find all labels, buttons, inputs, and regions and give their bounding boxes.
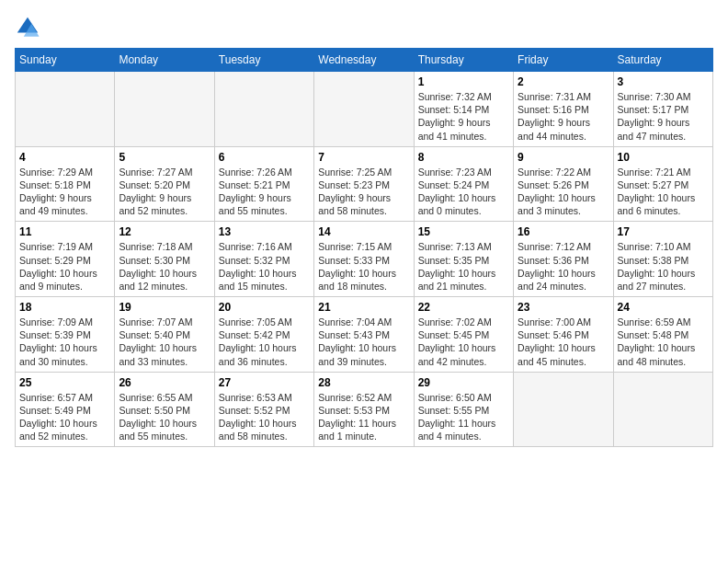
day-info: Sunrise: 6:55 AM Sunset: 5:50 PM Dayligh… [119,391,210,443]
day-info: Sunrise: 7:21 AM Sunset: 5:27 PM Dayligh… [618,166,709,218]
day-header-saturday: Saturday [613,49,712,72]
calendar-cell: 6Sunrise: 7:26 AM Sunset: 5:21 PM Daylig… [214,146,313,222]
day-info: Sunrise: 7:15 AM Sunset: 5:33 PM Dayligh… [318,240,409,293]
day-number: 18 [19,301,110,314]
calendar-table: SundayMondayTuesdayWednesdayThursdayFrid… [15,48,713,447]
calendar-cell: 27Sunrise: 6:53 AM Sunset: 5:52 PM Dayli… [214,372,313,447]
calendar-cell: 3Sunrise: 7:30 AM Sunset: 5:17 PM Daylig… [613,72,712,147]
day-info: Sunrise: 7:07 AM Sunset: 5:40 PM Dayligh… [119,316,210,368]
day-info: Sunrise: 7:23 AM Sunset: 5:24 PM Dayligh… [418,166,509,218]
calendar-cell: 18Sunrise: 7:09 AM Sunset: 5:39 PM Dayli… [16,297,115,373]
calendar-week-row: 25Sunrise: 6:57 AM Sunset: 5:49 PM Dayli… [16,372,713,447]
calendar-cell: 10Sunrise: 7:21 AM Sunset: 5:27 PM Dayli… [613,146,712,222]
calendar-cell [16,72,115,147]
calendar-week-row: 4Sunrise: 7:29 AM Sunset: 5:18 PM Daylig… [16,146,713,222]
day-number: 2 [518,75,609,88]
day-info: Sunrise: 6:53 AM Sunset: 5:52 PM Dayligh… [219,391,310,443]
logo-icon [15,15,40,40]
day-info: Sunrise: 7:22 AM Sunset: 5:26 PM Dayligh… [518,166,609,218]
calendar-cell: 4Sunrise: 7:29 AM Sunset: 5:18 PM Daylig… [16,146,115,222]
calendar-cell [314,72,414,147]
day-number: 23 [518,301,609,314]
day-info: Sunrise: 6:57 AM Sunset: 5:49 PM Dayligh… [19,391,110,443]
day-number: 11 [19,225,110,238]
calendar-cell: 20Sunrise: 7:05 AM Sunset: 5:42 PM Dayli… [214,297,313,373]
day-info: Sunrise: 7:04 AM Sunset: 5:43 PM Dayligh… [318,316,409,368]
day-number: 29 [418,376,509,389]
day-number: 16 [518,225,609,238]
day-info: Sunrise: 6:52 AM Sunset: 5:53 PM Dayligh… [318,391,409,443]
day-number: 9 [518,151,609,164]
day-number: 6 [219,151,310,164]
day-info: Sunrise: 7:26 AM Sunset: 5:21 PM Dayligh… [219,166,310,218]
calendar-cell [613,372,712,447]
calendar-week-row: 18Sunrise: 7:09 AM Sunset: 5:39 PM Dayli… [16,297,713,373]
day-info: Sunrise: 7:19 AM Sunset: 5:29 PM Dayligh… [19,240,110,293]
calendar-cell: 21Sunrise: 7:04 AM Sunset: 5:43 PM Dayli… [314,297,414,373]
calendar-cell: 26Sunrise: 6:55 AM Sunset: 5:50 PM Dayli… [115,372,214,447]
day-number: 8 [418,151,509,164]
calendar-week-row: 11Sunrise: 7:19 AM Sunset: 5:29 PM Dayli… [16,222,713,297]
day-number: 10 [618,151,709,164]
day-info: Sunrise: 7:10 AM Sunset: 5:38 PM Dayligh… [618,240,709,293]
day-number: 28 [318,376,409,389]
day-info: Sunrise: 7:30 AM Sunset: 5:17 PM Dayligh… [618,90,709,143]
calendar-week-row: 1Sunrise: 7:32 AM Sunset: 5:14 PM Daylig… [16,72,713,147]
day-number: 14 [318,225,409,238]
calendar-cell: 14Sunrise: 7:15 AM Sunset: 5:33 PM Dayli… [314,222,414,297]
calendar-cell: 23Sunrise: 7:00 AM Sunset: 5:46 PM Dayli… [514,297,613,373]
logo [15,15,44,40]
day-number: 5 [119,151,210,164]
calendar-cell: 22Sunrise: 7:02 AM Sunset: 5:45 PM Dayli… [414,297,513,373]
calendar-cell: 7Sunrise: 7:25 AM Sunset: 5:23 PM Daylig… [314,146,414,222]
day-header-sunday: Sunday [16,49,115,72]
day-info: Sunrise: 7:13 AM Sunset: 5:35 PM Dayligh… [418,240,509,293]
day-number: 27 [219,376,310,389]
calendar-cell: 24Sunrise: 6:59 AM Sunset: 5:48 PM Dayli… [613,297,712,373]
day-info: Sunrise: 7:31 AM Sunset: 5:16 PM Dayligh… [518,90,609,143]
day-number: 25 [19,376,110,389]
calendar-cell: 9Sunrise: 7:22 AM Sunset: 5:26 PM Daylig… [514,146,613,222]
calendar-cell: 15Sunrise: 7:13 AM Sunset: 5:35 PM Dayli… [414,222,513,297]
day-number: 26 [119,376,210,389]
day-number: 20 [219,301,310,314]
day-info: Sunrise: 6:50 AM Sunset: 5:55 PM Dayligh… [418,391,509,443]
day-number: 7 [318,151,409,164]
day-number: 15 [418,225,509,238]
calendar-cell: 1Sunrise: 7:32 AM Sunset: 5:14 PM Daylig… [414,72,513,147]
calendar-header-row: SundayMondayTuesdayWednesdayThursdayFrid… [16,49,713,72]
calendar-cell [514,372,613,447]
day-number: 12 [119,225,210,238]
calendar-cell [115,72,214,147]
calendar-cell: 28Sunrise: 6:52 AM Sunset: 5:53 PM Dayli… [314,372,414,447]
day-header-wednesday: Wednesday [314,49,414,72]
calendar-cell: 2Sunrise: 7:31 AM Sunset: 5:16 PM Daylig… [514,72,613,147]
day-info: Sunrise: 7:27 AM Sunset: 5:20 PM Dayligh… [119,166,210,218]
calendar-cell: 5Sunrise: 7:27 AM Sunset: 5:20 PM Daylig… [115,146,214,222]
day-number: 19 [119,301,210,314]
calendar-cell: 29Sunrise: 6:50 AM Sunset: 5:55 PM Dayli… [414,372,513,447]
calendar-cell [214,72,313,147]
page-header [15,15,713,40]
day-info: Sunrise: 7:00 AM Sunset: 5:46 PM Dayligh… [518,316,609,368]
calendar-cell: 11Sunrise: 7:19 AM Sunset: 5:29 PM Dayli… [16,222,115,297]
day-info: Sunrise: 7:16 AM Sunset: 5:32 PM Dayligh… [219,240,310,293]
day-info: Sunrise: 7:09 AM Sunset: 5:39 PM Dayligh… [19,316,110,368]
calendar-cell: 13Sunrise: 7:16 AM Sunset: 5:32 PM Dayli… [214,222,313,297]
calendar-cell: 19Sunrise: 7:07 AM Sunset: 5:40 PM Dayli… [115,297,214,373]
day-header-tuesday: Tuesday [214,49,313,72]
day-number: 3 [618,75,709,88]
day-number: 22 [418,301,509,314]
calendar-cell: 8Sunrise: 7:23 AM Sunset: 5:24 PM Daylig… [414,146,513,222]
calendar-cell: 16Sunrise: 7:12 AM Sunset: 5:36 PM Dayli… [514,222,613,297]
day-number: 4 [19,151,110,164]
day-info: Sunrise: 7:18 AM Sunset: 5:30 PM Dayligh… [119,240,210,293]
day-header-monday: Monday [115,49,214,72]
day-number: 21 [318,301,409,314]
day-info: Sunrise: 7:32 AM Sunset: 5:14 PM Dayligh… [418,90,509,143]
day-info: Sunrise: 7:12 AM Sunset: 5:36 PM Dayligh… [518,240,609,293]
calendar-cell: 12Sunrise: 7:18 AM Sunset: 5:30 PM Dayli… [115,222,214,297]
day-number: 17 [618,225,709,238]
day-info: Sunrise: 6:59 AM Sunset: 5:48 PM Dayligh… [618,316,709,368]
calendar-cell: 17Sunrise: 7:10 AM Sunset: 5:38 PM Dayli… [613,222,712,297]
